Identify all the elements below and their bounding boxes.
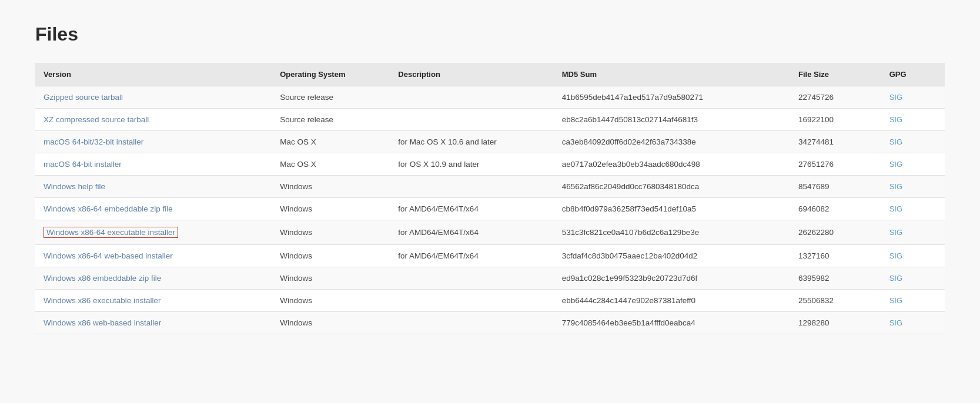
table-row: Windows x86 executable installerWindowse… <box>35 290 945 312</box>
cell-version: Windows x86 web-based installer <box>35 312 272 334</box>
table-row: Windows x86 web-based installerWindows77… <box>35 312 945 334</box>
cell-description <box>390 312 553 334</box>
cell-gpg: SIG <box>881 176 945 198</box>
version-link[interactable]: Windows x86 web-based installer <box>44 318 161 327</box>
cell-os: Source release <box>272 109 390 131</box>
cell-md5: 531c3fc821ce0a4107b6d2c6a129be3e <box>554 220 790 245</box>
cell-filesize: 16922100 <box>790 109 881 131</box>
cell-description: for AMD64/EM64T/x64 <box>390 220 553 245</box>
cell-version: Windows help file <box>35 176 272 198</box>
header-description: Description <box>390 63 553 86</box>
cell-filesize: 27651276 <box>790 153 881 176</box>
cell-description <box>390 176 553 198</box>
version-link[interactable]: Windows x86 embeddable zip file <box>44 274 161 283</box>
sig-link[interactable]: SIG <box>889 318 902 327</box>
cell-gpg: SIG <box>881 131 945 153</box>
cell-filesize: 34274481 <box>790 131 881 153</box>
sig-link[interactable]: SIG <box>889 274 902 283</box>
sig-link[interactable]: SIG <box>889 251 902 260</box>
cell-md5: ebb6444c284c1447e902e87381afeff0 <box>554 290 790 312</box>
cell-gpg: SIG <box>881 86 945 109</box>
version-link[interactable]: macOS 64-bit installer <box>44 160 122 169</box>
header-version: Version <box>35 63 272 86</box>
cell-gpg: SIG <box>881 290 945 312</box>
cell-version: macOS 64-bit installer <box>35 153 272 176</box>
table-header-row: Version Operating System Description MD5… <box>35 63 945 86</box>
cell-version: Windows x86-64 executable installer <box>35 220 272 245</box>
cell-os: Mac OS X <box>272 153 390 176</box>
cell-description <box>390 109 553 131</box>
cell-gpg: SIG <box>881 267 945 290</box>
cell-filesize: 1298280 <box>790 312 881 334</box>
table-row: Windows x86-64 executable installerWindo… <box>35 220 945 245</box>
cell-filesize: 8547689 <box>790 176 881 198</box>
cell-description: for AMD64/EM64T/x64 <box>390 245 553 267</box>
cell-version: Gzipped source tarball <box>35 86 272 109</box>
version-link[interactable]: Windows x86-64 embeddable zip file <box>44 204 173 213</box>
version-link[interactable]: Windows x86-64 web-based installer <box>44 251 173 260</box>
cell-os: Windows <box>272 198 390 220</box>
sig-link[interactable]: SIG <box>889 160 902 169</box>
cell-os: Windows <box>272 245 390 267</box>
table-row: Gzipped source tarballSource release41b6… <box>35 86 945 109</box>
version-link[interactable]: macOS 64-bit/32-bit installer <box>44 137 143 146</box>
version-link[interactable]: Windows x86-64 executable installer <box>44 227 178 238</box>
sig-link[interactable]: SIG <box>889 296 902 305</box>
cell-filesize: 26262280 <box>790 220 881 245</box>
cell-gpg: SIG <box>881 109 945 131</box>
table-row: XZ compressed source tarballSource relea… <box>35 109 945 131</box>
cell-description: for AMD64/EM64T/x64 <box>390 198 553 220</box>
sig-link[interactable]: SIG <box>889 137 902 146</box>
cell-version: macOS 64-bit/32-bit installer <box>35 131 272 153</box>
cell-gpg: SIG <box>881 312 945 334</box>
cell-gpg: SIG <box>881 220 945 245</box>
cell-version: Windows x86 executable installer <box>35 290 272 312</box>
table-row: Windows x86-64 web-based installerWindow… <box>35 245 945 267</box>
cell-md5: ca3eb84092d0ff6d02e42f63a734338e <box>554 131 790 153</box>
cell-gpg: SIG <box>881 245 945 267</box>
page-title: Files <box>35 23 945 45</box>
cell-gpg: SIG <box>881 153 945 176</box>
cell-version: Windows x86-64 embeddable zip file <box>35 198 272 220</box>
cell-gpg: SIG <box>881 198 945 220</box>
cell-os: Mac OS X <box>272 131 390 153</box>
header-os: Operating System <box>272 63 390 86</box>
sig-link[interactable]: SIG <box>889 182 902 191</box>
cell-description <box>390 290 553 312</box>
cell-version: Windows x86 embeddable zip file <box>35 267 272 290</box>
table-row: Windows x86 embeddable zip fileWindowsed… <box>35 267 945 290</box>
cell-os: Windows <box>272 220 390 245</box>
header-gpg: GPG <box>881 63 945 86</box>
cell-filesize: 6946082 <box>790 198 881 220</box>
sig-link[interactable]: SIG <box>889 228 902 237</box>
version-link[interactable]: Gzipped source tarball <box>44 93 123 102</box>
cell-version: XZ compressed source tarball <box>35 109 272 131</box>
cell-description: for Mac OS X 10.6 and later <box>390 131 553 153</box>
cell-md5: 41b6595deb4147a1ed517a7d9a580271 <box>554 86 790 109</box>
cell-description <box>390 86 553 109</box>
header-filesize: File Size <box>790 63 881 86</box>
cell-md5: 46562af86c2049dd0cc7680348180dca <box>554 176 790 198</box>
cell-filesize: 25506832 <box>790 290 881 312</box>
version-link[interactable]: Windows x86 executable installer <box>44 296 161 305</box>
cell-os: Windows <box>272 312 390 334</box>
version-link[interactable]: XZ compressed source tarball <box>44 115 149 124</box>
table-row: macOS 64-bit installerMac OS Xfor OS X 1… <box>35 153 945 176</box>
cell-version: Windows x86-64 web-based installer <box>35 245 272 267</box>
version-link[interactable]: Windows help file <box>44 182 105 191</box>
cell-md5: 779c4085464eb3ee5b1a4fffd0eabca4 <box>554 312 790 334</box>
cell-filesize: 6395982 <box>790 267 881 290</box>
sig-link[interactable]: SIG <box>889 115 902 124</box>
cell-filesize: 22745726 <box>790 86 881 109</box>
sig-link[interactable]: SIG <box>889 204 902 213</box>
cell-os: Windows <box>272 290 390 312</box>
cell-description <box>390 267 553 290</box>
cell-filesize: 1327160 <box>790 245 881 267</box>
sig-link[interactable]: SIG <box>889 93 902 102</box>
cell-md5: eb8c2a6b1447d50813c02714af4681f3 <box>554 109 790 131</box>
cell-os: Windows <box>272 176 390 198</box>
table-row: macOS 64-bit/32-bit installerMac OS Xfor… <box>35 131 945 153</box>
cell-md5: ed9a1c028c1e99f5323b9c20723d7d6f <box>554 267 790 290</box>
cell-os: Windows <box>272 267 390 290</box>
table-row: Windows x86-64 embeddable zip fileWindow… <box>35 198 945 220</box>
